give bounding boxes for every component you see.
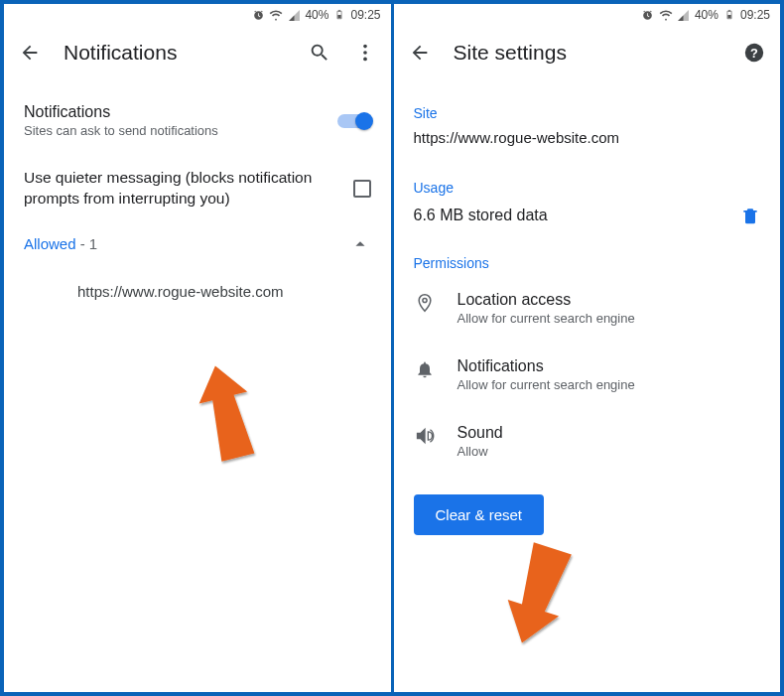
overflow-menu-icon[interactable]: [353, 41, 377, 65]
wifi-icon: [659, 8, 673, 22]
usage-value: 6.6 MB stored data: [414, 207, 741, 224]
perm-location-label: Location access: [457, 291, 635, 309]
section-site: Site: [414, 89, 761, 125]
svg-point-2: [363, 51, 367, 55]
annotation-arrow-left: [193, 359, 262, 469]
page-title: Site settings: [454, 41, 721, 65]
perm-sound-sub: Allow: [457, 444, 503, 459]
alarm-icon: [251, 8, 265, 22]
content-area: Notifications Sites can ask to send noti…: [4, 79, 391, 328]
allowed-site-entry[interactable]: https://www.rogue-website.com: [24, 263, 371, 308]
svg-point-7: [422, 298, 426, 302]
permission-location[interactable]: Location access Allow for current search…: [414, 275, 761, 342]
notifications-sub: Sites can ask to send notifications: [24, 123, 326, 140]
speaker-icon: [414, 424, 436, 446]
permission-sound[interactable]: Sound Allow: [414, 408, 761, 475]
bell-icon: [414, 357, 436, 379]
site-url-text: https://www.rogue-website.com: [77, 283, 284, 300]
notifications-label: Notifications: [24, 103, 326, 121]
app-bar: Notifications: [4, 26, 391, 79]
permission-notifications[interactable]: Notifications Allow for current search e…: [414, 342, 761, 408]
clear-reset-button[interactable]: Clear & reset: [414, 494, 545, 535]
trash-icon[interactable]: [740, 206, 760, 225]
tutorial-composite: PC risk.com 40% 09:25 Notifications: [0, 0, 784, 696]
usage-row: 6.6 MB stored data: [414, 200, 761, 239]
notifications-toggle-row[interactable]: Notifications Sites can ask to send noti…: [24, 89, 371, 154]
perm-location-sub: Allow for current search engine: [457, 311, 635, 326]
battery-percent: 40%: [305, 8, 328, 22]
perm-notif-sub: Allow for current search engine: [457, 377, 635, 392]
alarm-icon: [641, 8, 655, 22]
svg-point-1: [363, 45, 367, 49]
battery-percent: 40%: [695, 8, 719, 22]
perm-sound-label: Sound: [457, 424, 503, 442]
status-bar: 40% 09:25: [4, 4, 391, 26]
quieter-label: Use quieter messaging (blocks notificati…: [24, 168, 341, 209]
notifications-switch[interactable]: [337, 112, 371, 130]
svg-rect-0: [338, 15, 341, 18]
svg-point-3: [363, 58, 367, 62]
location-pin-icon: [414, 291, 436, 313]
allowed-count: - 1: [76, 235, 98, 252]
back-icon[interactable]: [18, 41, 42, 65]
quieter-messaging-row[interactable]: Use quieter messaging (blocks notificati…: [24, 154, 371, 223]
quieter-checkbox[interactable]: [353, 180, 371, 198]
page-title: Notifications: [64, 41, 286, 65]
allowed-section[interactable]: Allowed - 1: [24, 223, 371, 263]
section-usage: Usage: [414, 164, 761, 200]
signal-icon: [287, 8, 301, 22]
site-url: https://www.rogue-website.com: [414, 125, 761, 164]
wifi-icon: [269, 8, 283, 22]
search-icon[interactable]: [308, 41, 331, 65]
svg-text:?: ?: [750, 46, 758, 61]
signal-icon: [677, 8, 691, 22]
left-screenshot: 40% 09:25 Notifications Notifications: [3, 3, 392, 693]
battery-icon: [722, 8, 736, 22]
chevron-up-icon: [349, 233, 371, 255]
perm-notif-label: Notifications: [457, 357, 635, 375]
allowed-label: Allowed: [24, 235, 76, 252]
svg-rect-4: [727, 15, 730, 18]
section-permissions: Permissions: [414, 239, 761, 275]
back-icon[interactable]: [408, 41, 432, 65]
battery-icon: [332, 8, 346, 22]
help-icon[interactable]: ?: [742, 41, 766, 65]
clock-time: 09:25: [740, 8, 770, 22]
app-bar-right: Site settings ?: [394, 26, 781, 79]
clock-time: 09:25: [350, 8, 380, 22]
content-area-right: Site https://www.rogue-website.com Usage…: [394, 79, 781, 555]
right-screenshot: 40% 09:25 Site settings ? Site https://w…: [392, 3, 782, 693]
status-bar-right: 40% 09:25: [394, 4, 781, 26]
